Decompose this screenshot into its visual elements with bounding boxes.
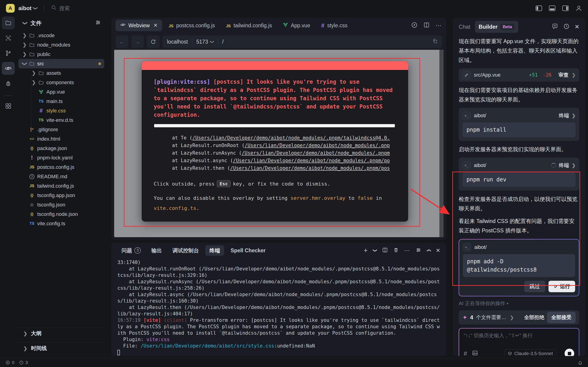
terminal-output[interactable]: 33:1740) at LazyResult.runOnRoot (/Users…: [111, 257, 446, 356]
accept-all-button[interactable]: 全部接受: [547, 312, 576, 323]
search-scan-icon[interactable]: [2, 32, 15, 44]
model-selector[interactable]: Claude-3.5-Sonnet: [504, 349, 556, 356]
file-item-tailwind-config-js[interactable]: JStailwind.config.js: [18, 181, 104, 191]
panel-tab-输出[interactable]: 输出: [147, 245, 166, 256]
panel-tab-终端[interactable]: 终端: [205, 245, 224, 256]
editor-tab-app-vue[interactable]: App.vue: [278, 20, 315, 31]
file-item-package-json[interactable]: {}package.json: [18, 144, 104, 153]
terminal-dropdown-icon[interactable]: ❯: [372, 249, 377, 252]
debug-icon[interactable]: [2, 77, 15, 90]
file-item--vscode[interactable]: ❯.vscode: [18, 31, 104, 40]
file-item-app-vue[interactable]: App.vue: [18, 87, 104, 97]
explorer-icon[interactable]: [2, 17, 15, 29]
chevron-right-icon[interactable]: ❯: [30, 80, 37, 85]
file-item-public[interactable]: ❯public: [18, 50, 104, 59]
new-chat-icon[interactable]: [552, 23, 558, 31]
file-item-tsconfig-node-json[interactable]: {}tsconfig.node.json: [18, 209, 104, 219]
toggle-right-panel-icon[interactable]: [562, 5, 569, 11]
editor-tab-postcss-config-js[interactable]: JSpostcss.config.js: [164, 20, 220, 31]
chevron-down-icon[interactable]: ❯: [22, 60, 27, 67]
problems-errors[interactable]: 0: [6, 360, 15, 365]
file-item-style-css[interactable]: #style.css: [18, 106, 104, 115]
copy-url-icon[interactable]: [432, 39, 438, 45]
editor-tab-webview[interactable]: Webview✕: [115, 20, 162, 31]
panel-tab-调试控制台[interactable]: 调试控制台: [168, 245, 203, 256]
split-editor-icon[interactable]: [424, 22, 430, 29]
close-panel-icon[interactable]: ✕: [575, 24, 579, 30]
chevron-down-icon[interactable]: ❯: [210, 40, 215, 43]
webview-page[interactable]: [plugin:vite:css] [postcss] It looks lik…: [114, 50, 443, 237]
timeline-section[interactable]: ❯ 时间线: [17, 342, 106, 354]
stop-generation-button[interactable]: [565, 349, 574, 356]
chevron-right-icon[interactable]: ❯: [21, 42, 28, 48]
more-actions-icon[interactable]: ⋯: [404, 247, 410, 254]
terminal-link[interactable]: 终端: [559, 162, 569, 169]
address-port[interactable]: 5173: [196, 39, 208, 45]
attach-image-icon[interactable]: [472, 350, 478, 356]
filter-icon[interactable]: [95, 19, 101, 27]
kill-terminal-icon[interactable]: [393, 247, 399, 254]
panel-filter-icon[interactable]: [416, 247, 421, 254]
outline-section[interactable]: ❯ 大纲: [17, 327, 106, 339]
preview-compass-icon[interactable]: [411, 22, 418, 29]
forward-button[interactable]: →: [131, 35, 144, 48]
panel-tab-问题[interactable]: 问题3: [117, 245, 145, 256]
terminal-link[interactable]: 终端: [559, 112, 569, 119]
refresh-button[interactable]: [147, 35, 160, 48]
editor-tab-style-css[interactable]: #style.css: [317, 20, 352, 31]
tab-chat[interactable]: Chat: [459, 24, 470, 30]
file-item-tsconfig-app-json[interactable]: {}tsconfig.app.json: [18, 191, 104, 200]
global-search[interactable]: 搜索: [51, 5, 70, 12]
review-button[interactable]: 审查: [558, 72, 569, 78]
workspace-name[interactable]: aibot: [18, 5, 32, 11]
toggle-left-panel-icon[interactable]: [536, 5, 542, 11]
source-control-icon[interactable]: [2, 47, 15, 60]
chevron-down-icon[interactable]: ❯: [23, 21, 28, 25]
terminal-command-card[interactable]: >_ aibot/ 终端❯ pnpm run dev: [459, 158, 579, 191]
new-terminal-icon[interactable]: +: [363, 247, 368, 254]
more-actions-icon[interactable]: ⋯: [435, 22, 442, 29]
file-item-components[interactable]: ❯components: [18, 78, 104, 87]
file-item-vite-env-d-ts[interactable]: TSvite-env.d.ts: [18, 115, 104, 125]
history-icon[interactable]: [563, 23, 570, 31]
close-panel-icon[interactable]: ✕: [436, 247, 440, 254]
extensions-icon[interactable]: [2, 100, 15, 112]
toggle-bottom-panel-icon[interactable]: [549, 5, 555, 11]
context-hash-icon[interactable]: #: [464, 350, 467, 356]
problems-warnings[interactable]: 3: [19, 360, 28, 365]
file-item-assets[interactable]: ❯assets: [18, 68, 104, 78]
chat-input[interactable]: "↑↓" 切换历史输入，"⇧↵" 换行 # Claude-3.5-Sonnet: [459, 328, 579, 356]
chevron-right-icon[interactable]: ❯: [21, 33, 28, 39]
close-icon[interactable]: ✕: [153, 23, 157, 28]
file-item--gitignore[interactable]: .gitignore: [18, 125, 104, 134]
file-item-src[interactable]: ❯src: [18, 59, 104, 68]
chevron-right-icon[interactable]: ❯: [510, 315, 514, 320]
chevron-down-icon[interactable]: ❯: [33, 6, 39, 10]
file-item-index-html[interactable]: <>index.html: [18, 134, 104, 144]
file-change-card[interactable]: src/App.vue +51 -26 审查 ❯: [459, 68, 579, 82]
page-scrollbar[interactable]: [439, 50, 443, 237]
chevron-right-icon[interactable]: ❯: [30, 70, 37, 76]
run-button[interactable]: 运行: [548, 281, 575, 292]
file-item-vite-config-ts[interactable]: TSvite.config.ts: [18, 219, 104, 228]
reject-all-button[interactable]: 全部拒绝: [524, 314, 544, 321]
account-icon[interactable]: [576, 5, 582, 11]
file-item-pnpm-lock-yaml[interactable]: !pnpm-lock.yaml: [18, 153, 104, 162]
file-item-node-modules[interactable]: ❯node_modules: [18, 40, 104, 50]
skip-button[interactable]: 跳过: [524, 281, 545, 292]
file-item-tsconfig-json[interactable]: tsconfig.json: [18, 200, 104, 209]
split-terminal-icon[interactable]: [382, 247, 388, 254]
panel-tab-spell-checker[interactable]: Spell Checker: [226, 245, 270, 256]
back-button[interactable]: ←: [115, 35, 128, 48]
bell-icon[interactable]: [578, 360, 582, 365]
vite-error-overlay[interactable]: [plugin:vite:css] [postcss] It looks lik…: [142, 61, 408, 222]
file-item-postcss-config-js[interactable]: JSpostcss.config.js: [18, 162, 104, 172]
tab-builder[interactable]: Builder Beta: [475, 21, 518, 33]
file-item-main-ts[interactable]: TSmain.ts: [18, 97, 104, 106]
editor-tab-tailwind-config-js[interactable]: JStailwind.config.js: [221, 20, 277, 31]
webview-panel-icon[interactable]: [2, 62, 15, 75]
file-item-readme-md[interactable]: ?README.md: [18, 172, 104, 181]
chevron-right-icon[interactable]: ❯: [21, 51, 28, 57]
maximize-panel-icon[interactable]: ❯: [426, 249, 431, 252]
address-bar[interactable]: localhost 5173 ❯ /: [162, 35, 442, 48]
